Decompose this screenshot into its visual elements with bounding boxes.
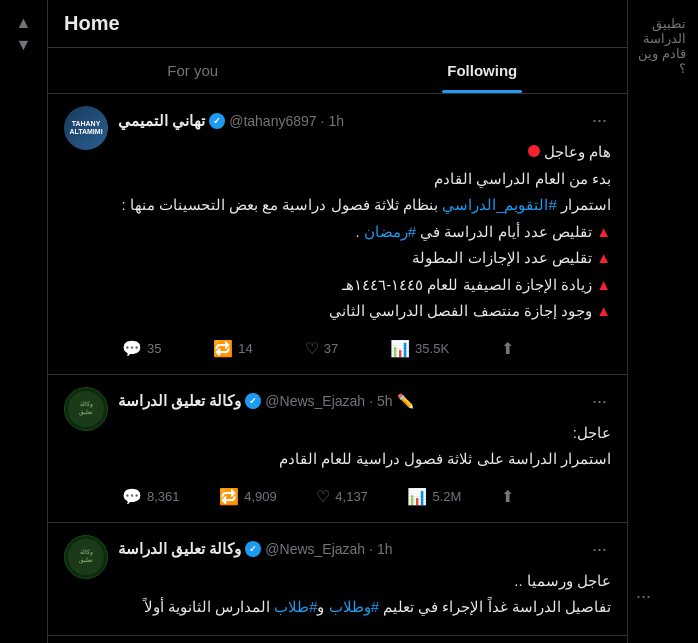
tweet-user-row: تهاني التميمي @tahany6897 · 1h ··· [118, 106, 611, 135]
scroll-down-button[interactable]: ▼ [14, 34, 34, 56]
tweet-header: TAHANYALTAMIMI تهاني التميمي @tahany6897… [64, 106, 611, 362]
views-button[interactable]: 📊 35.5K [386, 335, 453, 362]
tweet-user-row: وكالة تعليق الدراسة @News_Ejazah · 1h ··… [118, 535, 611, 564]
separator-dot: · [369, 541, 373, 557]
reply-count: 35 [147, 341, 161, 356]
like-button[interactable]: ♡ 37 [301, 335, 342, 362]
share-icon: ⬆ [501, 339, 514, 358]
right-panel: تطبيق الدراسة قادم وين ؟ ... [628, 0, 698, 643]
tweet-body: وكالة تعليق الدراسة @News_Ejazah · 1h ··… [118, 535, 611, 623]
tweet-actions: 💬 35 🔁 14 ♡ 37 [118, 335, 518, 362]
reply-count: 8,361 [147, 489, 180, 504]
retweet-icon: 🔁 [219, 487, 239, 506]
reply-button[interactable]: 💬 35 [118, 335, 165, 362]
tweet-username: تهاني التميمي [118, 112, 205, 130]
tweet-username: وكالة تعليق الدراسة [118, 540, 241, 558]
retweet-button[interactable]: 🔁 14 [209, 335, 256, 362]
views-icon: 📊 [407, 487, 427, 506]
tweet-handle: @News_Ejazah [265, 541, 365, 557]
retweet-count: 14 [238, 341, 252, 356]
views-icon: 📊 [390, 339, 410, 358]
views-button[interactable]: 📊 5.2M [403, 483, 465, 510]
views-count: 35.5K [415, 341, 449, 356]
feed-content: TAHANYALTAMIMI تهاني التميمي @tahany6897… [48, 94, 627, 643]
verified-badge-icon [245, 393, 261, 409]
tweet-user-row: وكالة تعليق الدراسة @News_Ejazah · 5h ✏️… [118, 387, 611, 416]
tweet-handle: @tahany6897 [229, 113, 316, 129]
page-title: Home [64, 12, 120, 35]
verified-badge-icon [209, 113, 225, 129]
reply-button[interactable]: 💬 8,361 [118, 483, 184, 510]
main-feed: Home For you Following TAHANYALTAMIMI [48, 0, 628, 643]
hashtag-link[interactable]: #التقويم_الدراسي [442, 196, 557, 213]
tweet-item[interactable]: TAHANYALTAMIMI تهاني التميمي @tahany6897… [48, 94, 627, 375]
retweet-button[interactable]: 🔁 4,909 [215, 483, 281, 510]
views-count: 5.2M [432, 489, 461, 504]
tweet-content: عاجل ورسميا .. تفاصيل الدراسة غداً الإجر… [118, 570, 611, 619]
retweet-icon: 🔁 [213, 339, 233, 358]
avatar: وكالةتعليق [64, 387, 108, 431]
reply-icon: 💬 [122, 339, 142, 358]
like-button[interactable]: ♡ 4,137 [312, 483, 372, 510]
avatar: TAHANYALTAMIMI [64, 106, 108, 150]
tweet-more-button[interactable]: ··· [588, 535, 611, 564]
tweet-content: عاجل: استمرار الدراسة على ثلاثة فصول درا… [118, 422, 611, 471]
tweet-username: وكالة تعليق الدراسة [118, 392, 241, 410]
tweet-body: تهاني التميمي @tahany6897 · 1h ··· هام و… [118, 106, 611, 362]
like-icon: ♡ [305, 339, 319, 358]
hashtag-ramadan[interactable]: #رمضان [364, 223, 416, 240]
like-count: 37 [324, 341, 338, 356]
retweet-count: 4,909 [244, 489, 277, 504]
hashtag-link[interactable]: #وطلاب [329, 598, 379, 615]
left-sidebar: ▲ ▼ [0, 0, 48, 643]
right-panel-suggestion: تطبيق الدراسة قادم وين ؟ [628, 8, 694, 76]
separator-dot: · [369, 393, 373, 409]
tweet-content: هام وعاجل بدء من العام الدراسي القادم اس… [118, 141, 611, 323]
tweet-time: 1h [328, 113, 344, 129]
sidebar-more-dots[interactable]: ... [636, 582, 651, 603]
separator-dot: · [321, 113, 325, 129]
share-button[interactable]: ⬆ [497, 335, 518, 362]
hashtag-link2[interactable]: #طلاب [274, 598, 317, 615]
like-count: 4,137 [335, 489, 368, 504]
tweet-header: وكالةتعليق وكالة تعليق الدراسة @News_Eja… [64, 387, 611, 510]
tab-for-you[interactable]: For you [48, 48, 338, 93]
share-icon: ⬆ [501, 487, 514, 506]
edit-icon: ✏️ [397, 393, 414, 409]
tweet-time: 5h [377, 393, 393, 409]
tweet-time: 1h [377, 541, 393, 557]
tweet-user-info: وكالة تعليق الدراسة @News_Ejazah · 1h [118, 540, 393, 558]
tweet-actions: 💬 8,361 🔁 4,909 ♡ 4,137 [118, 483, 518, 510]
tweet-more-button[interactable]: ··· [588, 106, 611, 135]
tweet-more-button[interactable]: ··· [588, 387, 611, 416]
tweet-body: وكالة تعليق الدراسة @News_Ejazah · 5h ✏️… [118, 387, 611, 510]
scroll-up-button[interactable]: ▲ [14, 12, 34, 34]
like-icon: ♡ [316, 487, 330, 506]
tweet-header: وكالةتعليق وكالة تعليق الدراسة @News_Eja… [64, 535, 611, 623]
tweet-item[interactable]: وكالةتعليق وكالة تعليق الدراسة @News_Eja… [48, 523, 627, 636]
share-button[interactable]: ⬆ [497, 483, 518, 510]
feed-tabs: For you Following [48, 48, 627, 94]
tweet-item[interactable]: وكالةتعليق وكالة تعليق الدراسة @News_Eja… [48, 375, 627, 523]
tweet-user-info: وكالة تعليق الدراسة @News_Ejazah · 5h ✏️ [118, 392, 414, 410]
verified-badge-icon [245, 541, 261, 557]
feed-header: Home [48, 0, 627, 48]
tweet-user-info: تهاني التميمي @tahany6897 · 1h [118, 112, 344, 130]
tweet-handle: @News_Ejazah [265, 393, 365, 409]
tab-following[interactable]: Following [338, 48, 628, 93]
red-dot-icon [528, 145, 540, 157]
avatar: وكالةتعليق [64, 535, 108, 579]
reply-icon: 💬 [122, 487, 142, 506]
